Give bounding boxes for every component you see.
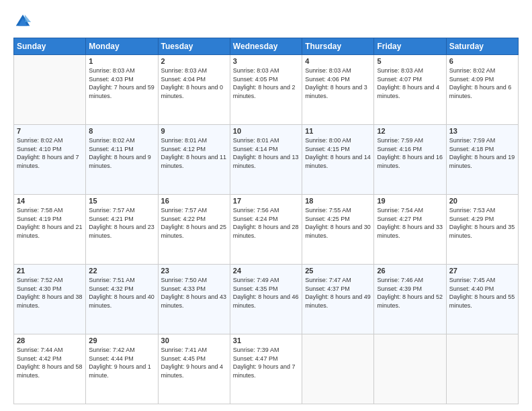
- calendar-cell: 12Sunrise: 7:59 AMSunset: 4:16 PMDayligh…: [374, 125, 446, 195]
- day-number: 2: [161, 57, 227, 65]
- day-number: 6: [449, 57, 515, 65]
- calendar-cell: [374, 334, 446, 404]
- day-number: 15: [89, 197, 154, 205]
- calendar-cell: 6Sunrise: 8:02 AMSunset: 4:09 PMDaylight…: [446, 55, 518, 125]
- day-detail: Sunrise: 7:47 AMSunset: 4:37 PMDaylight:…: [305, 276, 371, 310]
- calendar-header-monday: Monday: [86, 38, 158, 55]
- calendar-cell: 19Sunrise: 7:54 AMSunset: 4:27 PMDayligh…: [374, 195, 446, 265]
- day-number: 10: [233, 127, 299, 135]
- day-number: 27: [449, 267, 515, 275]
- calendar-cell: 29Sunrise: 7:42 AMSunset: 4:44 PMDayligh…: [86, 334, 158, 404]
- day-number: 21: [17, 267, 83, 275]
- day-detail: Sunrise: 8:01 AMSunset: 4:14 PMDaylight:…: [233, 136, 299, 170]
- day-detail: Sunrise: 7:46 AMSunset: 4:39 PMDaylight:…: [377, 276, 443, 310]
- calendar-cell: 2Sunrise: 8:03 AMSunset: 4:04 PMDaylight…: [158, 55, 230, 125]
- day-number: 1: [89, 57, 154, 65]
- day-number: 7: [17, 127, 83, 135]
- calendar-header-sunday: Sunday: [14, 38, 86, 55]
- day-number: 28: [17, 336, 83, 345]
- day-detail: Sunrise: 7:54 AMSunset: 4:27 PMDaylight:…: [377, 206, 443, 240]
- day-detail: Sunrise: 7:59 AMSunset: 4:18 PMDaylight:…: [449, 136, 515, 170]
- day-number: 4: [305, 57, 371, 65]
- day-number: 19: [377, 197, 443, 205]
- calendar-cell: 11Sunrise: 8:00 AMSunset: 4:15 PMDayligh…: [302, 125, 374, 195]
- day-detail: Sunrise: 8:03 AMSunset: 4:05 PMDaylight:…: [233, 66, 299, 100]
- svg-marker-2: [25, 15, 31, 22]
- calendar-cell: 8Sunrise: 8:02 AMSunset: 4:11 PMDaylight…: [86, 125, 158, 195]
- page: SundayMondayTuesdayWednesdayThursdayFrid…: [0, 0, 532, 411]
- calendar-cell: 28Sunrise: 7:44 AMSunset: 4:42 PMDayligh…: [14, 334, 86, 404]
- calendar-cell: 15Sunrise: 7:57 AMSunset: 4:21 PMDayligh…: [86, 195, 158, 265]
- day-detail: Sunrise: 8:01 AMSunset: 4:12 PMDaylight:…: [161, 136, 227, 170]
- calendar-cell: 22Sunrise: 7:51 AMSunset: 4:32 PMDayligh…: [86, 265, 158, 334]
- day-detail: Sunrise: 7:44 AMSunset: 4:42 PMDaylight:…: [17, 346, 83, 379]
- calendar-cell: 10Sunrise: 8:01 AMSunset: 4:14 PMDayligh…: [230, 125, 302, 195]
- day-detail: Sunrise: 7:39 AMSunset: 4:47 PMDaylight:…: [233, 346, 299, 379]
- calendar-cell: 13Sunrise: 7:59 AMSunset: 4:18 PMDayligh…: [446, 125, 518, 195]
- day-number: 14: [17, 197, 83, 205]
- day-detail: Sunrise: 7:56 AMSunset: 4:24 PMDaylight:…: [233, 206, 299, 240]
- calendar-cell: 3Sunrise: 8:03 AMSunset: 4:05 PMDaylight…: [230, 55, 302, 125]
- header: [13, 12, 519, 31]
- day-number: 16: [161, 197, 227, 205]
- calendar-header-saturday: Saturday: [446, 38, 518, 55]
- calendar-cell: 25Sunrise: 7:47 AMSunset: 4:37 PMDayligh…: [302, 265, 374, 334]
- day-number: 11: [305, 127, 371, 135]
- day-detail: Sunrise: 7:49 AMSunset: 4:35 PMDaylight:…: [233, 276, 299, 310]
- calendar-cell: 17Sunrise: 7:56 AMSunset: 4:24 PMDayligh…: [230, 195, 302, 265]
- day-detail: Sunrise: 7:52 AMSunset: 4:30 PMDaylight:…: [17, 276, 83, 310]
- calendar-header-tuesday: Tuesday: [158, 38, 230, 55]
- day-detail: Sunrise: 7:45 AMSunset: 4:40 PMDaylight:…: [449, 276, 515, 310]
- calendar-cell: 7Sunrise: 8:02 AMSunset: 4:10 PMDaylight…: [14, 125, 86, 195]
- day-detail: Sunrise: 8:03 AMSunset: 4:06 PMDaylight:…: [305, 66, 371, 100]
- calendar-cell: [302, 334, 374, 404]
- calendar-week-row: 14Sunrise: 7:58 AMSunset: 4:19 PMDayligh…: [14, 195, 519, 265]
- calendar-header-friday: Friday: [374, 38, 446, 55]
- calendar-cell: 27Sunrise: 7:45 AMSunset: 4:40 PMDayligh…: [446, 265, 518, 334]
- day-detail: Sunrise: 7:55 AMSunset: 4:25 PMDaylight:…: [305, 206, 371, 240]
- calendar-cell: 26Sunrise: 7:46 AMSunset: 4:39 PMDayligh…: [374, 265, 446, 334]
- day-number: 20: [449, 197, 515, 205]
- calendar-cell: 4Sunrise: 8:03 AMSunset: 4:06 PMDaylight…: [302, 55, 374, 125]
- day-detail: Sunrise: 7:57 AMSunset: 4:22 PMDaylight:…: [161, 206, 227, 240]
- calendar-cell: 30Sunrise: 7:41 AMSunset: 4:45 PMDayligh…: [158, 334, 230, 404]
- day-number: 26: [377, 267, 443, 275]
- calendar-cell: 18Sunrise: 7:55 AMSunset: 4:25 PMDayligh…: [302, 195, 374, 265]
- calendar-cell: 31Sunrise: 7:39 AMSunset: 4:47 PMDayligh…: [230, 334, 302, 404]
- day-detail: Sunrise: 7:59 AMSunset: 4:16 PMDaylight:…: [377, 136, 443, 170]
- day-number: 22: [89, 267, 154, 275]
- calendar-week-row: 1Sunrise: 8:03 AMSunset: 4:03 PMDaylight…: [14, 55, 519, 125]
- calendar-cell: 5Sunrise: 8:03 AMSunset: 4:07 PMDaylight…: [374, 55, 446, 125]
- calendar-cell: 21Sunrise: 7:52 AMSunset: 4:30 PMDayligh…: [14, 265, 86, 334]
- calendar-week-row: 7Sunrise: 8:02 AMSunset: 4:10 PMDaylight…: [14, 125, 519, 195]
- day-detail: Sunrise: 7:42 AMSunset: 4:44 PMDaylight:…: [89, 346, 154, 379]
- day-number: 17: [233, 197, 299, 205]
- day-number: 29: [89, 336, 154, 345]
- day-number: 5: [377, 57, 443, 65]
- day-detail: Sunrise: 7:51 AMSunset: 4:32 PMDaylight:…: [89, 276, 154, 310]
- day-number: 18: [305, 197, 371, 205]
- day-detail: Sunrise: 8:02 AMSunset: 4:11 PMDaylight:…: [89, 136, 154, 170]
- day-number: 3: [233, 57, 299, 65]
- calendar-cell: 23Sunrise: 7:50 AMSunset: 4:33 PMDayligh…: [158, 265, 230, 334]
- calendar-header-wednesday: Wednesday: [230, 38, 302, 55]
- day-detail: Sunrise: 8:02 AMSunset: 4:09 PMDaylight:…: [449, 66, 515, 100]
- day-detail: Sunrise: 7:41 AMSunset: 4:45 PMDaylight:…: [161, 346, 227, 379]
- day-detail: Sunrise: 7:53 AMSunset: 4:29 PMDaylight:…: [449, 206, 515, 240]
- day-number: 13: [449, 127, 515, 135]
- day-detail: Sunrise: 8:03 AMSunset: 4:07 PMDaylight:…: [377, 66, 443, 100]
- day-detail: Sunrise: 8:00 AMSunset: 4:15 PMDaylight:…: [305, 136, 371, 170]
- day-detail: Sunrise: 8:03 AMSunset: 4:03 PMDaylight:…: [89, 66, 154, 100]
- day-number: 12: [377, 127, 443, 135]
- calendar-cell: [14, 55, 86, 125]
- day-number: 31: [233, 336, 299, 345]
- calendar-header-row: SundayMondayTuesdayWednesdayThursdayFrid…: [14, 38, 519, 55]
- calendar-week-row: 21Sunrise: 7:52 AMSunset: 4:30 PMDayligh…: [14, 265, 519, 334]
- calendar-cell: 1Sunrise: 8:03 AMSunset: 4:03 PMDaylight…: [86, 55, 158, 125]
- logo: [13, 12, 35, 31]
- day-detail: Sunrise: 7:58 AMSunset: 4:19 PMDaylight:…: [17, 206, 83, 240]
- calendar-header-thursday: Thursday: [302, 38, 374, 55]
- calendar-week-row: 28Sunrise: 7:44 AMSunset: 4:42 PMDayligh…: [14, 334, 519, 404]
- calendar-cell: 24Sunrise: 7:49 AMSunset: 4:35 PMDayligh…: [230, 265, 302, 334]
- logo-icon: [13, 12, 32, 31]
